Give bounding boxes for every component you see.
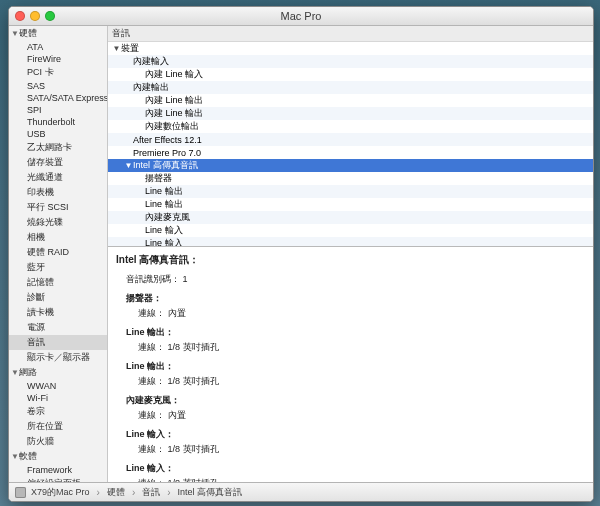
sidebar-item[interactable]: 電源: [9, 320, 107, 335]
outline-row-label: 內建數位輸出: [145, 120, 199, 133]
sidebar-item[interactable]: SAS: [9, 80, 107, 92]
sidebar-category-label: 硬體: [19, 27, 37, 40]
sidebar-item[interactable]: 防火牆: [9, 434, 107, 449]
sidebar-item[interactable]: 音訊: [9, 335, 107, 350]
detail-group-title: 內建麥克風：: [126, 394, 585, 407]
sidebar-item[interactable]: Wi-Fi: [9, 392, 107, 404]
system-profiler-window: Mac Pro ▼硬體ATAFireWirePCI 卡SASSATA/SATA …: [8, 6, 594, 502]
outline-row-label: 內建 Line 輸入: [145, 68, 203, 81]
detail-group-title: Line 輸出：: [126, 326, 585, 339]
detail-group-title: 揚聲器：: [126, 292, 585, 305]
outline-row-selected[interactable]: ▼Intel 高傳真音訊: [108, 159, 593, 172]
outline-row[interactable]: After Effects 12.1: [108, 133, 593, 146]
detail-group: 內建麥克風：連線： 內置: [126, 394, 585, 422]
sidebar-item[interactable]: 乙太網路卡: [9, 140, 107, 155]
sidebar-item[interactable]: 相機: [9, 230, 107, 245]
outline-row-label: Line 輸入: [145, 224, 183, 237]
sidebar-item[interactable]: FireWire: [9, 53, 107, 65]
detail-group: Line 輸出：連線： 1/8 英吋插孔: [126, 360, 585, 388]
sidebar-item[interactable]: 印表機: [9, 185, 107, 200]
sidebar-item[interactable]: USB: [9, 128, 107, 140]
sidebar-item[interactable]: 診斷: [9, 290, 107, 305]
detail-group-value: 連線： 1/8 英吋插孔: [138, 341, 585, 354]
outline-row-label: Line 輸出: [145, 198, 183, 211]
device-outline[interactable]: ▼裝置內建輸入內建 Line 輸入內建輸出內建 Line 輸出內建 Line 輸…: [108, 42, 593, 247]
sidebar-item[interactable]: Framework: [9, 464, 107, 476]
sidebar-category[interactable]: ▼網路: [9, 365, 107, 380]
outline-row[interactable]: 內建輸入: [108, 55, 593, 68]
outline-row-label: 揚聲器: [145, 172, 172, 185]
sidebar-item[interactable]: 硬體 RAID: [9, 245, 107, 260]
outline-row[interactable]: 內建 Line 輸出: [108, 107, 593, 120]
sidebar-item[interactable]: 平行 SCSI: [9, 200, 107, 215]
disclosure-triangle-icon: ▼: [11, 452, 19, 461]
content-split: ▼硬體ATAFireWirePCI 卡SASSATA/SATA ExpressS…: [9, 26, 593, 482]
outline-row[interactable]: 內建 Line 輸入: [108, 68, 593, 81]
sidebar-category[interactable]: ▼軟體: [9, 449, 107, 464]
detail-group: 揚聲器：連線： 內置: [126, 292, 585, 320]
breadcrumb-item[interactable]: X79的Mac Pro: [31, 486, 90, 499]
section-header: 音訊: [108, 26, 593, 42]
breadcrumb-item[interactable]: 硬體: [107, 486, 125, 499]
disclosure-triangle-icon: ▼: [11, 368, 19, 377]
detail-group-title: Line 輸入：: [126, 428, 585, 441]
sidebar-item[interactable]: Thunderbolt: [9, 116, 107, 128]
breadcrumb-item[interactable]: 音訊: [142, 486, 160, 499]
detail-group: Line 輸入：連線： 1/8 英吋插孔: [126, 428, 585, 456]
computer-icon: [15, 487, 26, 498]
breadcrumb[interactable]: X79的Mac Pro硬體音訊Intel 高傳真音訊: [9, 482, 593, 501]
outline-row-label: 內建 Line 輸出: [145, 107, 203, 120]
titlebar: Mac Pro: [9, 7, 593, 26]
sidebar-item[interactable]: 讀卡機: [9, 305, 107, 320]
sidebar-item[interactable]: 記憶體: [9, 275, 107, 290]
sidebar-item[interactable]: 光纖通道: [9, 170, 107, 185]
sidebar-item[interactable]: ATA: [9, 41, 107, 53]
detail-pane[interactable]: Intel 高傳真音訊： 音訊識別碼： 1揚聲器：連線： 內置Line 輸出：連…: [108, 247, 593, 482]
breadcrumb-separator-icon: [165, 487, 172, 498]
detail-group-title: Line 輸出：: [126, 360, 585, 373]
detail-group: Line 輸出：連線： 1/8 英吋插孔: [126, 326, 585, 354]
outline-row-label: Premiere Pro 7.0: [133, 148, 201, 158]
outline-row[interactable]: 內建 Line 輸出: [108, 94, 593, 107]
window-title: Mac Pro: [9, 10, 593, 22]
sidebar-item[interactable]: 卷宗: [9, 404, 107, 419]
outline-row[interactable]: ▼裝置: [108, 42, 593, 55]
outline-row-label: 內建麥克風: [145, 211, 190, 224]
sidebar-item[interactable]: 燒錄光碟: [9, 215, 107, 230]
detail-group-title: Line 輸入：: [126, 462, 585, 475]
detail-group: Line 輸入：連線： 1/8 英吋插孔: [126, 462, 585, 482]
sidebar-category[interactable]: ▼硬體: [9, 26, 107, 41]
sidebar-item[interactable]: WWAN: [9, 380, 107, 392]
outline-row[interactable]: Line 輸出: [108, 185, 593, 198]
outline-row[interactable]: 內建麥克風: [108, 211, 593, 224]
sidebar-item[interactable]: SATA/SATA Express: [9, 92, 107, 104]
outline-row-label: Line 輸出: [145, 185, 183, 198]
sidebar-category-label: 網路: [19, 366, 37, 379]
sidebar-category-label: 軟體: [19, 450, 37, 463]
sidebar-item[interactable]: 藍牙: [9, 260, 107, 275]
outline-row-label: 內建 Line 輸出: [145, 94, 203, 107]
breadcrumb-separator-icon: [130, 487, 137, 498]
outline-row[interactable]: 內建數位輸出: [108, 120, 593, 133]
breadcrumb-separator-icon: [95, 487, 102, 498]
outline-row[interactable]: 揚聲器: [108, 172, 593, 185]
outline-row[interactable]: Line 輸出: [108, 198, 593, 211]
outline-row[interactable]: Line 輸入: [108, 224, 593, 237]
detail-group-value: 連線： 1/8 英吋插孔: [138, 375, 585, 388]
detail-group-value: 連線： 內置: [138, 409, 585, 422]
outline-row-label: 裝置: [121, 42, 139, 55]
outline-row[interactable]: 內建輸出: [108, 81, 593, 94]
sidebar-item[interactable]: 所在位置: [9, 419, 107, 434]
sidebar-item[interactable]: SPI: [9, 104, 107, 116]
main-pane: 音訊 ▼裝置內建輸入內建 Line 輸入內建輸出內建 Line 輸出內建 Lin…: [108, 26, 593, 482]
breadcrumb-item[interactable]: Intel 高傳真音訊: [178, 486, 243, 499]
sidebar-item[interactable]: 儲存裝置: [9, 155, 107, 170]
sidebar-item[interactable]: PCI 卡: [9, 65, 107, 80]
sidebar[interactable]: ▼硬體ATAFireWirePCI 卡SASSATA/SATA ExpressS…: [9, 26, 108, 482]
outline-row[interactable]: Premiere Pro 7.0: [108, 146, 593, 159]
sidebar-item[interactable]: 顯示卡／顯示器: [9, 350, 107, 365]
detail-group-value: 連線： 1/8 英吋插孔: [138, 443, 585, 456]
outline-row[interactable]: Line 輸入: [108, 237, 593, 247]
outline-row-label: Intel 高傳真音訊: [133, 159, 198, 172]
outline-row-label: 內建輸入: [133, 55, 169, 68]
